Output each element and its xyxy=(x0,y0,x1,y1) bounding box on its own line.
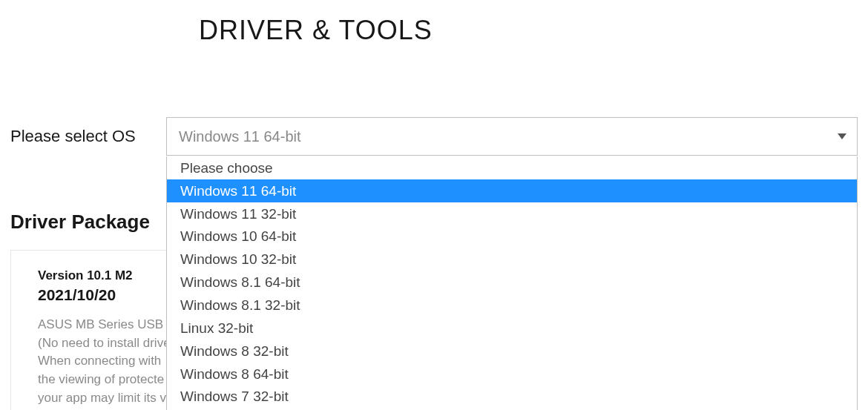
os-select-row: Please select OS Windows 11 64-bit Pleas… xyxy=(0,117,868,156)
os-select-label: Please select OS xyxy=(10,127,166,146)
os-option[interactable]: Windows 10 64-bit xyxy=(167,225,857,248)
svg-marker-0 xyxy=(838,133,846,139)
chevron-down-icon xyxy=(838,133,846,139)
os-select-wrap: Windows 11 64-bit Please chooseWindows 1… xyxy=(166,117,858,156)
os-option[interactable]: Windows 7 32-bit xyxy=(167,386,857,409)
os-option[interactable]: Linux 32-bit xyxy=(167,317,857,340)
os-option[interactable]: Windows 11 64-bit xyxy=(167,179,857,202)
os-option[interactable]: Windows 8 64-bit xyxy=(167,363,857,386)
os-option[interactable]: Please choose xyxy=(167,156,857,179)
os-select[interactable]: Windows 11 64-bit xyxy=(166,117,858,156)
os-option[interactable]: Windows 10 32-bit xyxy=(167,248,857,271)
os-select-value: Windows 11 64-bit xyxy=(179,128,301,145)
os-option[interactable]: Windows 11 32-bit xyxy=(167,202,857,225)
os-option[interactable]: Windows 8 32-bit xyxy=(167,340,857,363)
os-option[interactable]: Windows 8.1 32-bit xyxy=(167,294,857,317)
os-option[interactable]: Windows 8.1 64-bit xyxy=(167,271,857,294)
os-select-dropdown: Please chooseWindows 11 64-bitWindows 11… xyxy=(166,156,858,410)
page-title: DRIVER & TOOLS xyxy=(199,15,868,46)
